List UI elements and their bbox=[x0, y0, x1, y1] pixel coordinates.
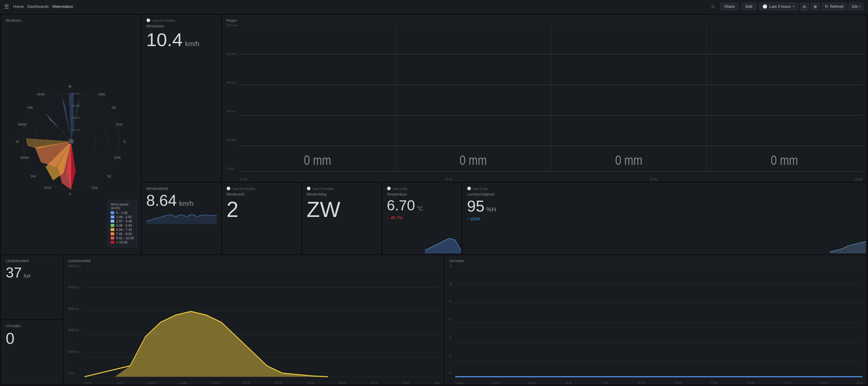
luchtvochtigheid-title: Luchtvochtigheid bbox=[467, 192, 862, 196]
windkracht-time-badge: 🕐 Last 10 minutes bbox=[226, 187, 297, 190]
windrichting-value: ZW bbox=[307, 197, 340, 222]
svg-text:0 mm: 0 mm bbox=[304, 153, 331, 168]
interval-label: 10s bbox=[851, 4, 858, 9]
windroos-panel: Windroos 16.8% 33.5% 50.4% 67.2% bbox=[2, 15, 141, 254]
luchtvochtigheid-time-badge: 🕐 Last 1 day bbox=[467, 187, 862, 190]
svg-text:0 mm: 0 mm bbox=[615, 153, 643, 168]
breadcrumb-sep-1: › bbox=[25, 4, 26, 9]
lichtintensiteit-small-panel: Lichtintensiteit 37 lux bbox=[2, 256, 62, 319]
temperatuur-change: ↓ -65.7% bbox=[387, 216, 457, 220]
edit-button[interactable]: Edit bbox=[742, 3, 756, 10]
menu-icon[interactable]: ☰ bbox=[4, 3, 9, 10]
time-controls: 🕐 Last 3 hours ▾ ⊖ ⊕ ↻ Refresh 10s ▾ bbox=[759, 3, 864, 10]
windstoten-title: Windstoten bbox=[146, 24, 217, 28]
breadcrumb-home[interactable]: Home bbox=[13, 4, 24, 9]
uv-chart-panel: UV-Index 12 10 8 6 4 2 0 bbox=[445, 256, 866, 384]
legend-item: 5.94 - 7.42 bbox=[111, 228, 134, 231]
windstoten-time-badge: 🕐 Last 10 minutes bbox=[146, 19, 217, 22]
windkracht-value: 2 bbox=[226, 197, 239, 222]
svg-text:SSE: SSE bbox=[91, 186, 98, 190]
licht-x-labels: 14:00 14:15 14:30 14:45 15:00 15:15 15:3… bbox=[85, 382, 440, 384]
windsnelheid-title: Windsnelheid bbox=[146, 187, 217, 191]
windstoten-value: 10.4 bbox=[146, 30, 183, 50]
licht-chart-area: 14:00 14:15 14:30 14:45 15:00 15:15 15:3… bbox=[85, 264, 440, 380]
windsnelheid-unit: km/h bbox=[179, 200, 193, 207]
legend-item: 2.97 - 4.46 bbox=[111, 219, 134, 223]
temperatuur-panel: 🕐 Last 1 day Temperatuur 6.70 °C ↓ -65.7… bbox=[383, 183, 461, 253]
regen-x-labels: 13:00 14:00 15:00 16:00 bbox=[240, 178, 862, 181]
svg-text:W: W bbox=[16, 140, 19, 143]
regen-panel: Regen 100 mm 80 mm 60 mm 40 mm 20 mm 0 m… bbox=[222, 15, 866, 182]
share-button[interactable]: Share bbox=[720, 3, 739, 10]
legend-item: 0 - 1.49 bbox=[111, 211, 134, 215]
temperatuur-time-badge: 🕐 Last 1 day bbox=[387, 187, 457, 190]
regen-y-labels: 100 mm 80 mm 60 mm 40 mm 20 mm 0 mm bbox=[226, 24, 240, 176]
luchtvochtigheid-chart bbox=[830, 232, 866, 253]
svg-text:NNW: NNW bbox=[37, 93, 45, 96]
svg-text:SW: SW bbox=[30, 174, 36, 178]
luchtvochtigheid-panel: 🕐 Last 1 day Luchtvochtigheid 95 %H ↑ 10… bbox=[463, 183, 866, 253]
topbar-left: ☰ Home › Dashboards › Weerstation bbox=[4, 3, 73, 10]
chevron-down-icon: ▾ bbox=[793, 4, 795, 9]
time-range-button[interactable]: 🕐 Last 3 hours ▾ bbox=[759, 3, 798, 10]
temperatuur-chart bbox=[425, 232, 461, 253]
legend-item: 7.42 - 8.91 bbox=[111, 232, 134, 236]
legend-item: 4.46 - 5.94 bbox=[111, 224, 134, 227]
arrow-up-icon: ↑ bbox=[467, 217, 469, 221]
legend-item: 8.91 - 10.39 bbox=[111, 236, 134, 240]
svg-text:NNE: NNE bbox=[98, 93, 105, 96]
luchtvochtigheid-change: ↑ 102% bbox=[467, 217, 862, 221]
breadcrumb-sep-2: › bbox=[50, 4, 51, 9]
clock-icon: 🕐 bbox=[146, 19, 150, 22]
arrow-down-icon: ↓ bbox=[387, 216, 389, 220]
svg-marker-43 bbox=[146, 215, 217, 224]
svg-marker-45 bbox=[830, 242, 866, 253]
refresh-button[interactable]: ↻ Refresh bbox=[822, 3, 847, 10]
windrichting-panel: 🕐 Last 2 minutes Windrichting ZW bbox=[303, 183, 381, 253]
clock-icon-3: 🕐 bbox=[307, 187, 311, 190]
time-range-label: Last 3 hours bbox=[769, 4, 791, 9]
interval-button[interactable]: 10s ▾ bbox=[849, 3, 864, 10]
temperatuur-title: Temperatuur bbox=[387, 192, 457, 196]
svg-text:NW: NW bbox=[27, 106, 33, 109]
svg-text:NE: NE bbox=[112, 106, 116, 109]
svg-text:S: S bbox=[69, 192, 71, 196]
svg-text:E: E bbox=[124, 140, 126, 143]
uv-small-value: 0 bbox=[6, 330, 14, 347]
breadcrumb-dashboards[interactable]: Dashboards bbox=[27, 4, 49, 9]
svg-text:ESE: ESE bbox=[114, 156, 121, 159]
windroos-svg: 16.8% 33.5% 50.4% 67.2% bbox=[11, 78, 131, 201]
svg-text:ENE: ENE bbox=[116, 123, 123, 126]
refresh-label: Refresh bbox=[830, 4, 844, 9]
lichtintensiteit-chart-title: Lichtintensiteit bbox=[68, 259, 440, 263]
clock-icon-2: 🕐 bbox=[226, 187, 230, 190]
svg-point-13 bbox=[69, 139, 73, 143]
luchtvochtigheid-unit: %H bbox=[486, 206, 496, 213]
svg-text:0 mm: 0 mm bbox=[771, 153, 798, 168]
uv-small-panel: UV-Index 0 bbox=[2, 321, 62, 384]
svg-text:SE: SE bbox=[107, 174, 112, 178]
legend-item: > 10.39 bbox=[111, 240, 134, 244]
uv-y-labels: 12 10 8 6 4 2 0 bbox=[449, 264, 455, 380]
temperatuur-unit: °C bbox=[417, 205, 423, 212]
windsnelheid-value: 8.64 bbox=[146, 192, 177, 209]
zoom-out-button[interactable]: ⊖ bbox=[800, 3, 809, 10]
svg-text:50.4%: 50.4% bbox=[73, 104, 81, 107]
svg-text:N: N bbox=[69, 85, 71, 88]
windstoten-panel: 🕐 Last 10 minutes Windstoten 10.4 km/h bbox=[142, 15, 221, 182]
uv-small-title: UV-Index bbox=[6, 324, 58, 328]
windroos-title: Windroos bbox=[6, 19, 136, 23]
star-icon[interactable]: ☆ bbox=[709, 2, 717, 11]
uv-x-labels: 14:00 14:15 14:30 14:45 15:00 15:15 15:3… bbox=[455, 382, 862, 384]
bottom-row: Lichtintensiteit 37 lux UV-Index 0 Licht… bbox=[2, 256, 866, 384]
svg-marker-52 bbox=[85, 311, 440, 377]
windkracht-panel: 🕐 Last 10 minutes Windkracht 2 bbox=[222, 183, 301, 253]
zoom-in-button[interactable]: ⊕ bbox=[811, 3, 820, 10]
breadcrumb: Home › Dashboards › Weerstation bbox=[13, 4, 73, 9]
clock-icon-4: 🕐 bbox=[387, 187, 391, 190]
uv-chart-title: UV-Index bbox=[449, 259, 862, 263]
breadcrumb-current: Weerstation bbox=[52, 4, 73, 9]
wind-legend-title: Wind speed (km/h) bbox=[111, 202, 134, 210]
topbar: ☰ Home › Dashboards › Weerstation ☆ Shar… bbox=[0, 0, 868, 13]
temperatuur-value: 6.70 bbox=[387, 198, 415, 214]
